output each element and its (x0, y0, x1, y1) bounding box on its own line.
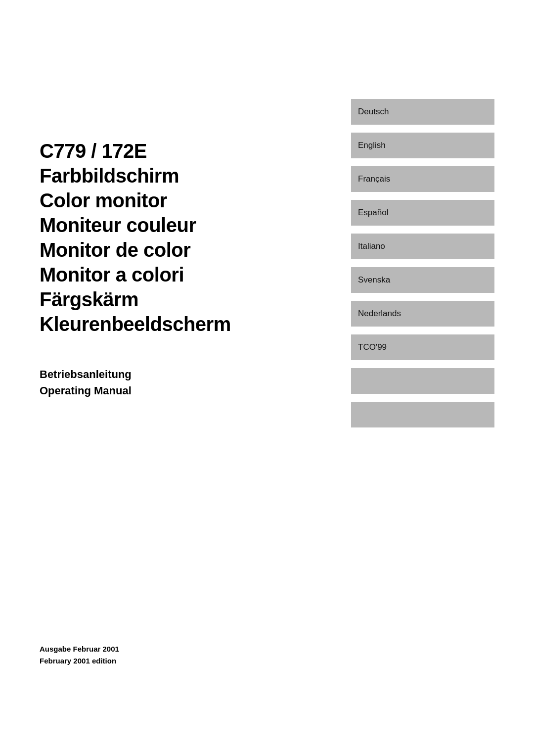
lang-tab-deutsch[interactable]: Deutsch (351, 99, 494, 125)
subtitle-block: Betriebsanleitung Operating Manual (40, 366, 267, 399)
language-tabs-column: Deutsch English Français Español Italian… (351, 99, 494, 435)
lang-tab-english[interactable]: English (351, 133, 494, 158)
date-line1: Ausgabe Februar 2001 (40, 643, 119, 655)
page: C779 / 172E Farbbildschirm Color monitor… (0, 0, 534, 756)
subtitle-line2: Operating Manual (40, 382, 267, 399)
lang-tab-tco99[interactable]: TCO'99 (351, 334, 494, 360)
left-column: C779 / 172E Farbbildschirm Color monitor… (40, 139, 267, 399)
lang-tab-italiano[interactable]: Italiano (351, 234, 494, 259)
lang-tab-blank2 (351, 402, 494, 427)
date-block: Ausgabe Februar 2001 February 2001 editi… (40, 643, 119, 667)
lang-tab-blank1 (351, 368, 494, 394)
title-block: C779 / 172E Farbbildschirm Color monitor… (40, 139, 267, 336)
date-line2: February 2001 edition (40, 655, 119, 667)
lang-tab-nederlands[interactable]: Nederlands (351, 301, 494, 327)
lang-tab-espanol[interactable]: Español (351, 200, 494, 226)
product-title: C779 / 172E Farbbildschirm Color monitor… (40, 139, 267, 336)
subtitle-line1: Betriebsanleitung (40, 366, 267, 382)
lang-tab-francais[interactable]: Français (351, 166, 494, 192)
lang-tab-svenska[interactable]: Svenska (351, 267, 494, 293)
